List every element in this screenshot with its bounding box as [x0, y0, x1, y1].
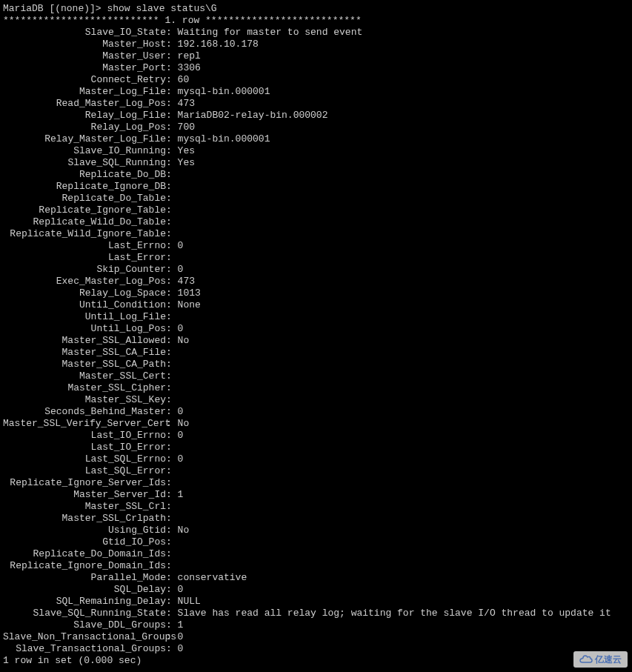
field-key: Master_SSL_Cipher: [3, 382, 166, 394]
status-field-row: Slave_Non_Transactional_Groups: 0: [3, 631, 629, 643]
field-value: None: [178, 299, 201, 311]
status-field-row: Replicate_Ignore_Domain_Ids:: [3, 560, 629, 572]
terminal-prompt[interactable]: MariaDB [(none)]> show slave status\G: [3, 3, 629, 15]
status-field-row: Replicate_Do_Table:: [3, 193, 629, 204]
field-separator: :: [166, 276, 178, 287]
watermark: 亿速云: [573, 651, 628, 668]
status-field-row: Replicate_Wild_Do_Table:: [3, 216, 629, 228]
status-field-row: Relay_Master_Log_File: mysql-bin.000001: [3, 133, 629, 145]
field-key: Exec_Master_Log_Pos: [3, 276, 166, 287]
status-field-row: Master_Host: 192.168.10.178: [3, 39, 629, 50]
status-field-row: Master_User: repl: [3, 50, 629, 62]
field-value: MariaDB02-relay-bin.000002: [178, 110, 328, 122]
field-separator: :: [166, 643, 178, 655]
field-key: SQL_Remaining_Delay: [3, 596, 166, 608]
field-key: Master_Log_File: [3, 86, 166, 98]
status-field-row: Master_SSL_Cert:: [3, 370, 629, 382]
status-field-row: Until_Condition: None: [3, 299, 629, 311]
field-key: Until_Condition: [3, 299, 166, 311]
status-field-row: Replicate_Do_Domain_Ids:: [3, 548, 629, 560]
field-value: NULL: [178, 596, 201, 608]
field-key: Slave_SQL_Running: [3, 157, 166, 169]
status-field-row: Master_SSL_Verify_Server_Cert: No: [3, 418, 629, 430]
field-separator: :: [166, 525, 178, 536]
field-key: Replicate_Ignore_Table: [3, 204, 166, 216]
field-key: Last_SQL_Error: [3, 465, 166, 477]
field-separator: :: [166, 442, 178, 453]
field-separator: :: [166, 536, 178, 548]
status-field-row: Slave_IO_State: Waiting for master to se…: [3, 27, 629, 39]
status-field-row: Replicate_Ignore_Table:: [3, 204, 629, 216]
status-field-row: Master_SSL_CA_File:: [3, 347, 629, 359]
field-value: 0: [178, 240, 184, 252]
result-footer: 1 row in set (0.000 sec): [3, 655, 629, 667]
field-key: Last_Error: [3, 252, 166, 264]
field-value: conservative: [178, 572, 247, 584]
status-field-row: Until_Log_Pos: 0: [3, 323, 629, 335]
field-separator: :: [166, 50, 178, 62]
field-key: Master_SSL_Allowed: [3, 335, 166, 347]
field-separator: :: [166, 477, 178, 489]
field-key: Slave_Non_Transactional_Groups: [3, 631, 166, 643]
status-field-row: Relay_Log_Pos: 700: [3, 122, 629, 133]
field-separator: :: [166, 608, 178, 619]
field-separator: :: [166, 584, 178, 596]
field-separator: :: [166, 631, 178, 643]
field-separator: :: [166, 169, 178, 181]
field-separator: :: [166, 299, 178, 311]
field-separator: :: [166, 335, 178, 347]
field-separator: :: [166, 560, 178, 572]
field-separator: :: [166, 62, 178, 74]
field-separator: :: [166, 323, 178, 335]
field-key: Master_User: [3, 50, 166, 62]
field-separator: :: [166, 181, 178, 193]
status-field-row: Connect_Retry: 60: [3, 74, 629, 86]
status-field-row: Replicate_Do_DB:: [3, 169, 629, 181]
cloud-icon: [579, 655, 593, 664]
field-key: Slave_IO_State: [3, 27, 166, 39]
field-value: 60: [178, 74, 190, 86]
field-separator: :: [166, 74, 178, 86]
field-key: Master_SSL_CA_File: [3, 347, 166, 359]
field-separator: :: [166, 193, 178, 204]
status-field-row: Last_Errno: 0: [3, 240, 629, 252]
field-separator: :: [166, 216, 178, 228]
status-field-row: Slave_SQL_Running_State: Slave has read …: [3, 608, 629, 619]
field-key: Connect_Retry: [3, 74, 166, 86]
field-key: Relay_Log_Space: [3, 287, 166, 299]
field-key: Replicate_Wild_Ignore_Table: [3, 228, 166, 240]
status-field-row: Slave_DDL_Groups: 1: [3, 619, 629, 631]
field-separator: :: [166, 501, 178, 513]
field-key: Replicate_Wild_Do_Table: [3, 216, 166, 228]
field-key: Master_Port: [3, 62, 166, 74]
field-separator: :: [166, 382, 178, 394]
field-separator: :: [166, 264, 178, 276]
field-value: 3306: [178, 62, 201, 74]
field-key: Slave_IO_Running: [3, 145, 166, 157]
field-separator: :: [166, 548, 178, 560]
field-key: Relay_Log_Pos: [3, 122, 166, 133]
field-separator: :: [166, 394, 178, 406]
field-value: No: [178, 335, 190, 347]
field-key: Master_Host: [3, 39, 166, 50]
field-separator: :: [166, 406, 178, 418]
field-separator: :: [166, 311, 178, 323]
field-value: 0: [178, 631, 184, 643]
field-separator: :: [166, 252, 178, 264]
field-value: 473: [178, 276, 195, 287]
watermark-text: 亿速云: [595, 653, 622, 665]
field-key: Slave_DDL_Groups: [3, 619, 166, 631]
field-key: Relay_Log_File: [3, 110, 166, 122]
field-key: Gtid_IO_Pos: [3, 536, 166, 548]
field-value: Yes: [178, 145, 195, 157]
field-value: 1: [178, 489, 184, 501]
field-value: 700: [178, 122, 195, 133]
field-key: Master_SSL_Verify_Server_Cert: [3, 418, 166, 430]
status-field-row: Master_SSL_Crlpath:: [3, 513, 629, 525]
status-field-row: Using_Gtid: No: [3, 525, 629, 536]
status-field-row: Master_SSL_Cipher:: [3, 382, 629, 394]
field-key: Last_SQL_Errno: [3, 453, 166, 465]
field-key: Replicate_Ignore_Domain_Ids: [3, 560, 166, 572]
field-separator: :: [166, 465, 178, 477]
field-key: SQL_Delay: [3, 584, 166, 596]
